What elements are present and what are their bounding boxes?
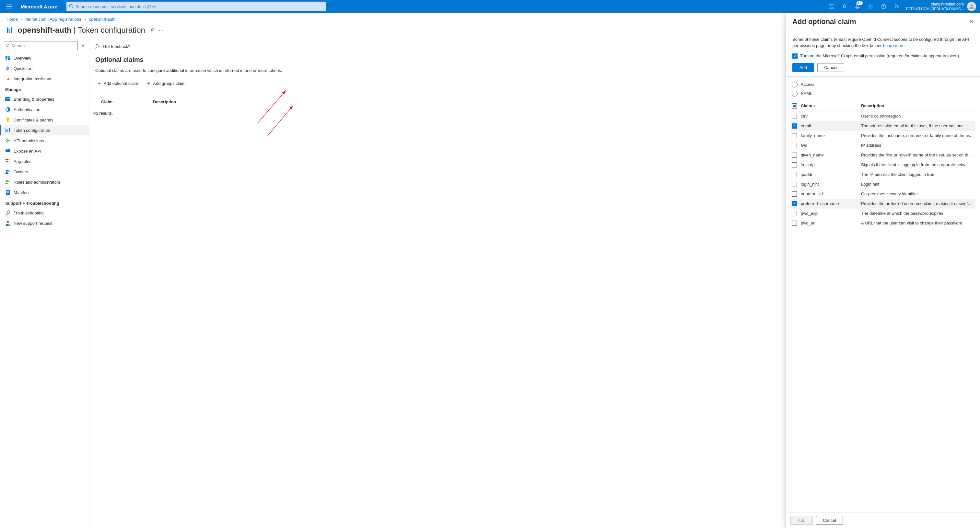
svg-point-3	[870, 6, 871, 8]
user-email: cfung@redhat.com	[906, 2, 964, 6]
global-search-input[interactable]	[75, 4, 323, 9]
svg-rect-2	[829, 5, 834, 8]
avatar[interactable]	[967, 2, 976, 11]
settings-icon[interactable]	[864, 0, 877, 13]
feedback-icon[interactable]	[890, 0, 903, 13]
hamburger-icon[interactable]	[3, 0, 16, 13]
svg-point-0	[69, 4, 72, 7]
search-icon	[69, 4, 73, 10]
cloud-shell-icon[interactable]	[825, 0, 838, 13]
brand-label[interactable]: Microsoft Azure	[16, 4, 62, 10]
notifications-icon[interactable]: 15	[851, 0, 864, 13]
global-search[interactable]	[67, 2, 326, 11]
svg-point-5	[970, 5, 973, 7]
top-banner: Microsoft Azure 15 cfung@redhat.com REDH…	[0, 0, 980, 13]
help-icon[interactable]	[877, 0, 890, 13]
user-tenant: REDHAT.COM (REDHAT0.ONMIC...	[906, 7, 964, 11]
notification-badge: 15	[856, 1, 863, 5]
svg-line-1	[72, 7, 73, 8]
user-block[interactable]: cfung@redhat.com REDHAT.COM (REDHAT0.ONM…	[903, 2, 967, 11]
filter-icon[interactable]	[838, 0, 851, 13]
